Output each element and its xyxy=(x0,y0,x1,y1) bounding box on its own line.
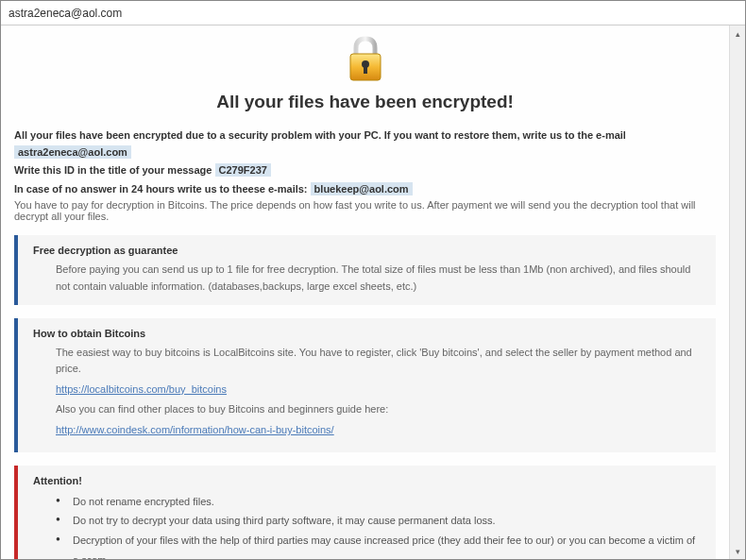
svg-rect-2 xyxy=(364,65,367,74)
intro-line-1: All your files have been encrypted due t… xyxy=(14,127,716,161)
section-free-title: Free decryption as guarantee xyxy=(33,245,703,256)
section-obtain-bitcoins: How to obtain Bitcoins The easiest way t… xyxy=(14,318,716,452)
content-area: All your files have been encrypted! All … xyxy=(1,25,729,559)
section-bitcoins-title: How to obtain Bitcoins xyxy=(33,328,703,339)
bitcoins-link-1[interactable]: https://localbitcoins.com/buy_bitcoins xyxy=(56,383,227,395)
intro-line-3: In case of no answer in 24 hours write u… xyxy=(14,181,716,198)
scroll-up-icon[interactable]: ▴ xyxy=(730,25,745,42)
scroll-down-icon[interactable]: ▾ xyxy=(730,543,745,559)
section-attention: Attention! Do not rename encrypted files… xyxy=(14,466,716,559)
window-title: astra2eneca@aol.com xyxy=(8,7,122,20)
contact-email-1: astra2eneca@aol.com xyxy=(14,145,131,159)
bitcoins-line-1: The easiest way to buy bitcoins is Local… xyxy=(56,345,703,378)
bitcoins-line-2: Also you can find other places to buy Bi… xyxy=(56,401,703,418)
intro-prefix-1: All your files have been encrypted due t… xyxy=(14,129,626,141)
titlebar[interactable]: astra2eneca@aol.com xyxy=(1,1,745,25)
lock-container xyxy=(14,35,716,86)
main-heading: All your files have been encrypted! xyxy=(14,92,716,112)
contact-email-2: bluekeep@aol.com xyxy=(311,182,413,195)
lock-icon xyxy=(343,35,388,84)
intro-prefix-3: In case of no answer in 24 hours write u… xyxy=(14,183,308,195)
section-free-body: Before paying you can send us up to 1 fi… xyxy=(33,262,703,295)
section-attention-title: Attention! xyxy=(33,475,703,486)
section-free-decryption: Free decryption as guarantee Before payi… xyxy=(14,235,716,304)
ransom-window: astra2eneca@aol.com xyxy=(0,0,746,560)
content-wrapper: All your files have been encrypted! All … xyxy=(1,25,745,559)
intro-prefix-2: Write this ID in the title of your messa… xyxy=(14,164,212,176)
list-item: Do not try to decrypt your data using th… xyxy=(56,511,703,531)
list-item: Decryption of your files with the help o… xyxy=(56,531,703,559)
list-item: Do not rename encrypted files. xyxy=(56,492,703,512)
payment-note: You have to pay for decryption in Bitcoi… xyxy=(14,199,716,222)
section-bitcoins-body: The easiest way to buy bitcoins is Local… xyxy=(33,345,703,439)
vertical-scrollbar[interactable]: ▴ ▾ xyxy=(729,25,745,559)
intro-line-2: Write this ID in the title of your messa… xyxy=(14,162,716,179)
victim-id: C279F237 xyxy=(215,163,271,177)
bitcoins-link-2[interactable]: http://www.coindesk.com/information/how-… xyxy=(56,424,334,435)
attention-list: Do not rename encrypted files. Do not tr… xyxy=(33,492,703,559)
